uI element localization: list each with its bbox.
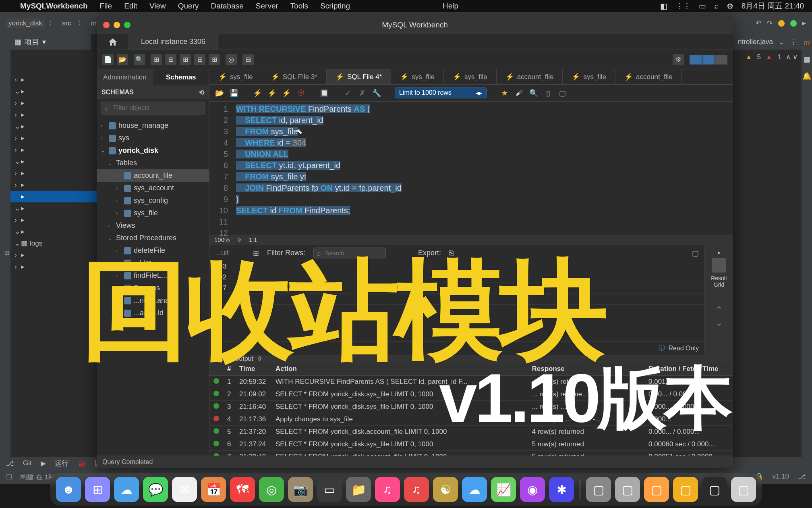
dock-app[interactable]: ✉ xyxy=(172,477,197,502)
result-grid-label[interactable]: Result Grid xyxy=(705,275,733,288)
tree-node[interactable]: ›house_manage xyxy=(97,119,209,132)
dock-app[interactable]: ▢ xyxy=(731,477,756,502)
dock-app[interactable]: ✱ xyxy=(549,477,574,502)
sql-tab[interactable]: ⚡SQL File 3* xyxy=(262,69,327,84)
execute-step-icon[interactable]: ⚡ xyxy=(267,88,277,98)
sql-tab[interactable]: ⚡sys_file xyxy=(209,69,262,84)
beautify-icon[interactable]: ★ xyxy=(499,88,510,98)
tree-node[interactable]: ›sys_file xyxy=(97,207,209,219)
tree-node[interactable]: ›sys_config xyxy=(97,194,209,207)
ide-fwd-icon[interactable]: ↷ xyxy=(767,19,773,27)
find-icon[interactable]: 🔍 xyxy=(528,88,539,98)
tree-node[interactable]: ⌄Tables xyxy=(97,157,209,169)
settings-icon[interactable]: ⚙ xyxy=(673,54,684,65)
scroll-up-icon[interactable]: ⌃ xyxy=(715,305,723,315)
status-icon[interactable]: ◧ xyxy=(660,2,667,11)
tool-icon[interactable]: ⊞ xyxy=(151,54,162,65)
run-icon[interactable]: ▶ xyxy=(41,459,46,468)
explain-icon[interactable]: ⚡ xyxy=(281,88,292,98)
tool-icon[interactable]: ✗ xyxy=(357,88,367,98)
dock-app[interactable]: ☻ xyxy=(56,477,81,502)
tree-node[interactable]: ›sys_account xyxy=(97,182,209,194)
refresh-icon[interactable]: ⟲ xyxy=(199,89,204,96)
right-panel-toggle[interactable] xyxy=(715,55,727,65)
tab-administration[interactable]: Administration xyxy=(97,69,153,85)
dock-app[interactable]: 📁 xyxy=(346,477,371,502)
stop-icon[interactable]: ⦿ xyxy=(296,88,306,98)
maven-icon[interactable]: m xyxy=(804,38,810,47)
wb-titlebar[interactable]: MySQL Workbench xyxy=(97,16,733,34)
dock-app[interactable]: ☁ xyxy=(114,477,139,502)
git-icon[interactable]: ⎇ xyxy=(6,459,14,468)
menu-database[interactable]: Database xyxy=(211,2,243,10)
dock-app[interactable]: ▢ xyxy=(586,477,611,502)
menu-edit[interactable]: Edit xyxy=(124,2,137,10)
ide-bell-icon[interactable]: 🔔 xyxy=(802,72,811,81)
minimize-button[interactable] xyxy=(114,22,120,28)
maximize-button[interactable] xyxy=(124,22,130,28)
sql-tab[interactable]: ⚡sys_file xyxy=(391,69,444,84)
ide-status-icon[interactable] xyxy=(790,20,797,27)
ide-run-icon[interactable] xyxy=(778,20,785,27)
ide-project-header[interactable]: ▦ 项目 ▾ xyxy=(10,34,91,50)
chevron-down-icon[interactable]: ⌄ xyxy=(779,38,784,46)
dock-app[interactable]: ♫ xyxy=(375,477,400,502)
ide-db-icon[interactable]: ▦ xyxy=(804,55,810,64)
tree-node[interactable]: ›account_file xyxy=(97,169,209,182)
dock-app[interactable]: 📅 xyxy=(201,477,226,502)
dock-app[interactable]: 📷 xyxy=(288,477,313,502)
tool-icon[interactable]: ⊞ xyxy=(194,54,205,65)
control-center-icon[interactable]: ⚙ xyxy=(727,2,733,11)
close-button[interactable] xyxy=(103,22,110,28)
ide-more-icon[interactable]: ▸ xyxy=(802,19,806,27)
branch-icon[interactable]: ⎇ xyxy=(798,473,806,482)
ide-back-icon[interactable]: ↶ xyxy=(756,19,761,27)
menu-scripting[interactable]: Scripting xyxy=(320,2,350,10)
sql-tab[interactable]: ⚡sys_file xyxy=(444,69,497,84)
sql-tab[interactable]: ⚡account_file xyxy=(497,69,563,84)
dock-app[interactable]: ♫ xyxy=(404,477,429,502)
dock-app[interactable]: ⊞ xyxy=(85,477,110,502)
scroll-down-icon[interactable]: ⌄ xyxy=(715,318,723,328)
menu-query[interactable]: Query xyxy=(178,2,199,10)
tool-icon[interactable]: ✓ xyxy=(342,88,353,98)
save-icon[interactable]: 💾 xyxy=(229,88,239,98)
ide-structure-icon[interactable]: ⊞ xyxy=(3,250,10,256)
wrap-icon[interactable]: ▢ xyxy=(692,249,699,258)
battery-icon[interactable]: ▭ xyxy=(699,2,706,11)
menu-help[interactable]: Help xyxy=(443,2,458,10)
commit-icon[interactable]: 🔲 xyxy=(319,88,329,98)
dock-app[interactable]: ◉ xyxy=(520,477,545,502)
ide-current-file[interactable]: ntroller.java xyxy=(738,38,773,46)
dock-app[interactable]: ▢ xyxy=(673,477,698,502)
new-sql-icon[interactable]: 📄 xyxy=(102,54,114,65)
sql-tab[interactable]: ⚡sys_file xyxy=(563,69,615,84)
breadcrumb-root[interactable]: yorick_disk xyxy=(6,19,45,28)
dock-app[interactable]: ▢ xyxy=(702,477,727,502)
open-icon[interactable]: 📂 xyxy=(214,88,225,98)
tool-icon[interactable]: ▢ xyxy=(557,88,568,98)
tool-icon[interactable]: 🖌 xyxy=(514,88,524,98)
bottom-panel-toggle[interactable] xyxy=(702,55,715,65)
app-name[interactable]: MySQLWorkbench xyxy=(20,2,88,10)
dock-app[interactable]: ▢ xyxy=(644,477,669,502)
tab-schemas[interactable]: Schemas xyxy=(153,69,209,85)
search-icon[interactable]: ⌕ xyxy=(714,2,719,10)
filter-input[interactable] xyxy=(101,102,205,115)
breadcrumb-src[interactable]: src xyxy=(60,19,74,28)
tool-icon[interactable]: ⊞ xyxy=(209,54,220,65)
result-grid-icon[interactable] xyxy=(712,258,726,273)
debug-icon[interactable]: 🐞 xyxy=(77,459,86,468)
dock-app[interactable]: ☁ xyxy=(462,477,487,502)
sql-tab[interactable]: ⚡account_file xyxy=(615,69,682,84)
more-icon[interactable]: ⋮ xyxy=(790,38,797,46)
tool-icon[interactable]: ⊞ xyxy=(180,54,191,65)
limit-select[interactable]: Limit to 1000 rows◂▸ xyxy=(395,87,487,98)
menu-view[interactable]: View xyxy=(149,2,166,10)
expand-icon[interactable]: ▸ xyxy=(718,249,721,256)
wifi-icon[interactable]: ⋮⋮ xyxy=(675,2,691,11)
menu-file[interactable]: File xyxy=(100,2,112,10)
tool-icon[interactable]: ⊞ xyxy=(165,54,176,65)
tree-node[interactable]: ›sys xyxy=(97,132,209,144)
menu-server[interactable]: Server xyxy=(256,2,278,10)
